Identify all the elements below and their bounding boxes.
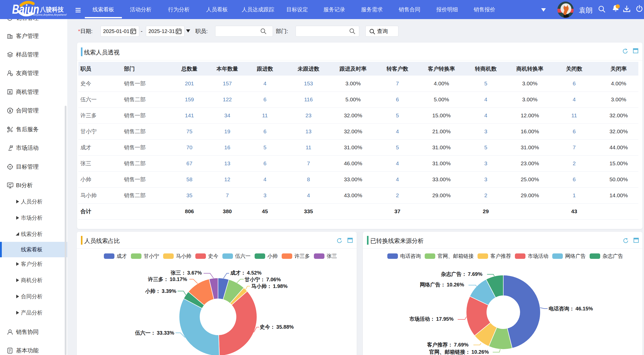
svg-text:vs: vs [11,74,12,76]
svg-text:八骏科技: 八骏科技 [40,6,64,13]
svg-text:Anyone,Anytime,Anywhere!: Anyone,Anytime,Anywhere! [33,13,67,16]
